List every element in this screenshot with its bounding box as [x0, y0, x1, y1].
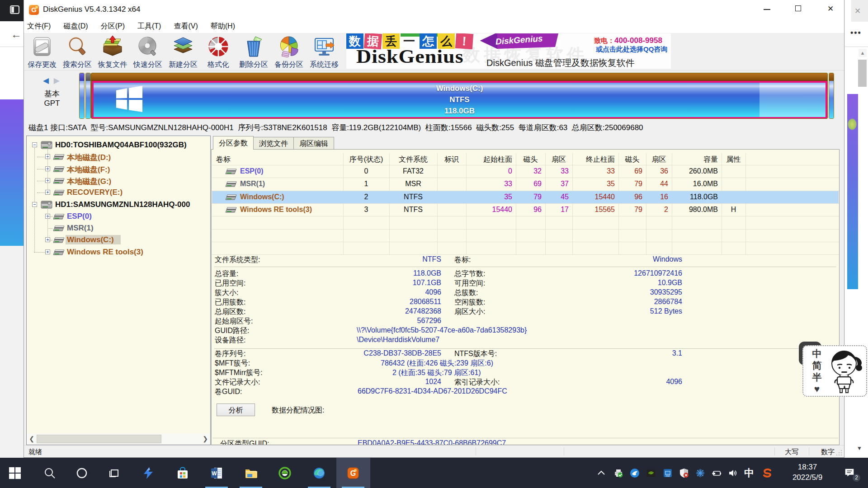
taskbar-clock[interactable]: 18:37 2022/5/9: [780, 458, 835, 488]
taskbar-edge-button[interactable]: [305, 458, 333, 488]
tree-item-f[interactable]: 本地磁盘(F:): [27, 163, 210, 175]
tray-sogou[interactable]: [760, 458, 775, 488]
tray-printer[interactable]: [611, 458, 626, 488]
maximize-button[interactable]: [788, 0, 808, 15]
table-row-msr1[interactable]: MSR(1): [240, 180, 265, 188]
tree-horizontal-scrollbar[interactable]: ❮ ❯: [27, 433, 210, 445]
tree-item-esp0[interactable]: ESP(0): [27, 211, 210, 222]
browser-menu-icon[interactable]: •••: [850, 28, 862, 38]
browser-tab-icon[interactable]: [10, 5, 19, 14]
tab-浏览文件[interactable]: 浏览文件: [253, 137, 294, 149]
tray-power[interactable]: [709, 458, 724, 488]
tree-connector: [47, 240, 52, 240]
notification-center-button[interactable]: 2: [840, 458, 863, 488]
partition-bar-msr[interactable]: [85, 73, 91, 119]
sticker[interactable]: 中简半♥: [802, 345, 867, 397]
tray-ime-indicator[interactable]: 中: [741, 458, 757, 488]
tray-defender[interactable]: [676, 458, 692, 488]
tray-chevron-up[interactable]: [594, 458, 609, 488]
table-cell: 96: [533, 206, 542, 214]
ad-banner[interactable]: 数据恢复软件 DiskGenius DiskGenius 致电：400-008-…: [346, 33, 671, 69]
toolbar-button-search-partition[interactable]: 搜索分区: [60, 33, 95, 70]
column-header-7: 终止柱面: [586, 155, 615, 164]
tree-item-g[interactable]: 本地磁盘(G:): [27, 175, 210, 187]
tree-connector: [47, 150, 48, 190]
taskbar-taskbar-search-button[interactable]: [36, 458, 64, 488]
partition-bar-windows-c[interactable]: Windows(C:) NTFS 118.0GB: [91, 73, 828, 119]
taskbar-explorer-button[interactable]: [237, 458, 265, 488]
expand-icon[interactable]: [45, 249, 50, 254]
scrollbar-thumb[interactable]: [37, 435, 161, 443]
close-button[interactable]: ✕: [820, 0, 841, 15]
table-cell: 980.0MB: [689, 206, 718, 214]
resize-grip[interactable]: [836, 450, 842, 456]
tray-nvidia[interactable]: [643, 458, 659, 488]
toolbar-button-format[interactable]: 格式化: [201, 33, 236, 70]
toolbar-label: 恢复文件: [95, 60, 130, 70]
scroll-left-icon[interactable]: ❮: [27, 433, 37, 445]
partition-icon: [52, 166, 65, 173]
scroll-down-icon[interactable]: ▼: [855, 444, 864, 452]
tree-item-windowsc[interactable]: Windows(C:): [27, 234, 210, 246]
tree-item-hd1samsungmznln128hahq000[interactable]: HD1:SAMSUNGMZNLN128HAHQ-000: [27, 199, 210, 211]
scroll-right-icon[interactable]: ❯: [200, 433, 210, 445]
partition-icon: [52, 225, 65, 232]
tab-扇区编辑[interactable]: 扇区编辑: [293, 137, 334, 149]
table-row-esp0[interactable]: ESP(0): [240, 167, 264, 175]
tree-item-hd0toshibamq04abf100932gb[interactable]: HD0:TOSHIBAMQ04ABF100(932GB): [27, 139, 210, 151]
table-row-windowsretools3[interactable]: Windows RE tools(3): [240, 206, 312, 214]
taskbar-word-button[interactable]: [203, 458, 231, 488]
tab-分区参数[interactable]: 分区参数: [213, 136, 254, 150]
tray-snowflake[interactable]: [693, 458, 708, 488]
next-disk-icon[interactable]: ▶: [54, 76, 60, 85]
menu-D[interactable]: 磁盘(D): [60, 20, 91, 33]
collapse-icon[interactable]: [32, 202, 37, 207]
tray-bird[interactable]: [627, 458, 642, 488]
tree-item-recoverye[interactable]: RECOVERY(E:): [27, 187, 210, 198]
toolbar-button-quick-partition[interactable]: 快速分区: [130, 33, 165, 70]
taskbar-cortana-button[interactable]: [68, 458, 96, 488]
detail-value: 66D9C7F6-8231-4D34-AD67-201D26DC94FC: [358, 387, 507, 395]
toolbar: 数据恢复软件 DiskGenius DiskGenius 致电：400-008-…: [24, 33, 844, 70]
tray-intel[interactable]: [660, 458, 675, 488]
partition-body: [829, 81, 834, 119]
scroll-up-icon[interactable]: ▲: [859, 49, 867, 57]
partition-bar-re-tools[interactable]: [829, 73, 834, 119]
partition-bar-esp[interactable]: [79, 73, 85, 119]
menu-H[interactable]: 帮助(H): [208, 20, 238, 33]
taskbar-taskview-button[interactable]: [100, 458, 128, 488]
toolbar-button-system-migrate[interactable]: 系统迁移: [307, 33, 342, 70]
toolbar-button-new-partition[interactable]: 新建分区: [165, 33, 201, 70]
tree-connector: [47, 209, 48, 238]
partition-icon: [52, 189, 65, 197]
menu-T[interactable]: 工具(T): [134, 20, 164, 33]
clock-date: 2022/5/9: [780, 473, 835, 482]
prev-disk-icon[interactable]: ◀: [43, 76, 49, 85]
menu-V[interactable]: 查看(V): [170, 20, 201, 33]
maximize-icon: [795, 5, 801, 11]
taskbar-diskgenius-button[interactable]: [339, 458, 367, 488]
table-row-windowsc[interactable]: Windows(C:): [240, 193, 284, 201]
collapse-icon[interactable]: [32, 142, 37, 147]
toolbar-button-recover-files[interactable]: 恢复文件: [95, 33, 130, 70]
toolbar-button-backup-partition[interactable]: 备份分区: [271, 33, 307, 70]
tree-item-msr1[interactable]: MSR(1): [27, 222, 210, 234]
toolbar-button-save[interactable]: 保存更改: [24, 33, 60, 70]
tray-speaker[interactable]: [725, 458, 741, 488]
menu-P[interactable]: 分区(P): [98, 20, 128, 33]
browser-back-icon[interactable]: ←: [11, 28, 22, 41]
tree-item-d[interactable]: 本地磁盘(D:): [27, 151, 210, 163]
tree-item-windowsretools3[interactable]: Windows RE tools(3): [27, 246, 210, 258]
analyze-button[interactable]: 分析: [217, 404, 255, 416]
scrollbar-thumb[interactable]: [858, 60, 867, 87]
taskbar-store-button[interactable]: [169, 458, 197, 488]
toolbar-button-delete-partition[interactable]: 删除分区: [236, 33, 271, 70]
taskbar-lightning-button[interactable]: [134, 458, 162, 488]
minimize-button[interactable]: [756, 0, 777, 15]
taskbar-browser360-button[interactable]: [271, 458, 299, 488]
tree-connector: [34, 207, 35, 252]
taskbar-start-button[interactable]: [1, 458, 29, 488]
expand-icon[interactable]: [45, 190, 50, 195]
menu-F[interactable]: 文件(F): [24, 20, 54, 33]
leaf-decoration: [848, 118, 857, 130]
